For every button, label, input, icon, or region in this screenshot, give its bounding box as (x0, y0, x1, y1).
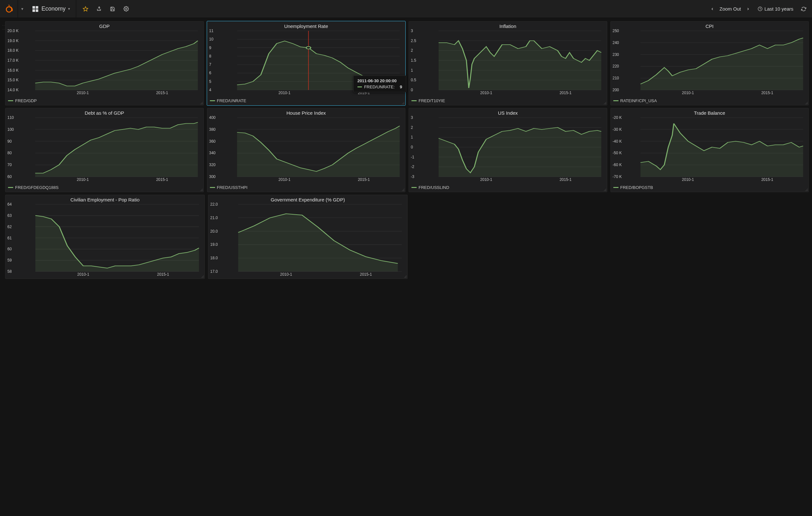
x-tick-label: 2015-1 (560, 177, 572, 182)
panel-legend[interactable]: RATEINF/CPI_USA (611, 97, 809, 105)
legend-label: FRED/BOPGSTB (620, 185, 653, 190)
panel-cpi[interactable]: CPI2002102202302402502010-12015-1RATEINF… (610, 21, 809, 105)
dashboard-body: ⋮⋮ GDP14.0 K15.0 K16.0 K17.0 K18.0 K19.0… (0, 18, 812, 282)
chevron-down-icon: ▾ (68, 7, 70, 11)
x-tick-label: 2010-1 (682, 91, 694, 95)
svg-rect-5 (36, 9, 38, 12)
panel-govexp[interactable]: Government Expenditure (% GDP)17.018.019… (208, 195, 408, 279)
tooltip-timestamp: 2011-06-30 20:00:00 (357, 79, 402, 83)
x-tick-label: 2015-1 (761, 91, 773, 95)
legend-label: FRED/GDP (15, 98, 37, 103)
resize-handle[interactable] (200, 274, 204, 279)
resize-handle[interactable] (199, 187, 203, 192)
x-tick-label: 2015-1 (157, 272, 169, 277)
panel-unrate[interactable]: Unemployment Rate45678910112010-12015-1F… (207, 21, 406, 105)
grafana-logo[interactable] (0, 0, 18, 18)
x-tick-label: 2015-1 (358, 177, 370, 182)
panel-row: Debt as % of GDP607080901001102010-12015… (5, 107, 810, 193)
refresh-icon[interactable] (798, 0, 809, 18)
time-controls: Zoom Out Last 10 years (707, 0, 812, 18)
x-tick-label: 2015-1 (761, 177, 773, 182)
tooltip-series: FRED/UNRATE: (364, 85, 395, 89)
x-tick-label: 2015-1 (560, 91, 572, 95)
x-tick-label: 2010-1 (480, 177, 492, 182)
svg-marker-6 (83, 6, 88, 11)
panel-trade[interactable]: Trade Balance-70 K-60 K-50 K-40 K-30 K-2… (610, 108, 809, 192)
zoom-out-button[interactable]: Zoom Out (718, 0, 743, 18)
legend-label: FRED/GFDEGDQ188S (15, 185, 58, 190)
hover-tooltip: 2011-06-30 20:00:00FRED/UNRATE:9 (353, 75, 406, 92)
panel-legend[interactable]: FRED/USSTHPI (207, 184, 405, 192)
dashboard-picker[interactable]: Economy ▾ (27, 0, 76, 18)
panel-title: Unemployment Rate (207, 22, 405, 30)
save-icon[interactable] (106, 0, 119, 18)
panel-title: Debt as % of GDP (5, 108, 203, 116)
chevron-down-icon[interactable]: ▾ (18, 6, 27, 11)
panel-inflation[interactable]: Inflation00.511.522.532010-12015-1FRED/T… (409, 21, 607, 105)
time-forward-button[interactable] (743, 0, 753, 18)
resize-handle[interactable] (804, 187, 809, 192)
panel-legend[interactable]: FRED/UNRATE (207, 97, 405, 105)
resize-handle[interactable] (804, 100, 809, 105)
legend-label: FRED/USSTHPI (217, 185, 248, 190)
x-tick-label: 2010-1 (480, 91, 492, 95)
panel-title: Trade Balance (611, 108, 809, 116)
top-nav: ▾ Economy ▾ Zoom Out Last 10 yea (0, 0, 812, 18)
panel-legend[interactable]: FRED/GDP (5, 97, 203, 105)
dashboard-title: Economy (41, 5, 65, 12)
resize-handle[interactable] (401, 100, 405, 105)
row-handle[interactable] (2, 107, 5, 193)
panel-row: GDP14.0 K15.0 K16.0 K17.0 K18.0 K19.0 K2… (5, 20, 810, 107)
panel-title: GDP (5, 22, 203, 30)
x-tick-label: 2010-1 (77, 177, 89, 182)
time-range-label: Last 10 years (764, 6, 793, 11)
panel-legend[interactable]: FRED/GFDEGDQ188S (5, 184, 203, 192)
legend-label: FRED/UNRATE (217, 98, 246, 103)
panel-title: US Index (409, 108, 607, 116)
svg-point-25 (306, 47, 311, 49)
resize-handle[interactable] (602, 187, 607, 192)
legend-label: FRED/USSLIND (418, 185, 449, 190)
svg-rect-4 (32, 9, 35, 12)
time-range-picker[interactable]: Last 10 years (753, 0, 798, 18)
panel-emratio[interactable]: Civilian Employment - Pop Ratio585960616… (5, 195, 205, 279)
svg-rect-3 (36, 6, 38, 9)
clock-icon (758, 6, 762, 12)
panel-legend[interactable]: FRED/BOPGSTB (611, 184, 809, 192)
panel-hpi[interactable]: House Price Index3003203403603804002010-… (207, 108, 406, 192)
panel-legend[interactable]: FRED/T10YIE (409, 97, 607, 105)
star-icon[interactable] (79, 0, 92, 18)
x-tick-label: 2010-1 (279, 91, 290, 95)
panel-title: Civilian Employment - Pop Ratio (5, 195, 204, 203)
panel-title: CPI (611, 22, 809, 30)
dashboard-icon (32, 6, 38, 12)
panel-legend[interactable]: FRED/USSLIND (409, 184, 607, 192)
resize-handle[interactable] (401, 187, 405, 192)
legend-label: RATEINF/CPI_USA (620, 98, 657, 103)
resize-handle[interactable] (199, 100, 203, 105)
x-tick-label: 2015-1 (156, 91, 168, 95)
panel-usindex[interactable]: US Index-3-2-101232010-12015-1FRED/USSLI… (409, 108, 607, 192)
panel-title: Government Expenditure (% GDP) (208, 195, 407, 203)
legend-label: FRED/T10YIE (418, 98, 445, 103)
svg-rect-2 (32, 6, 35, 9)
panel-debt[interactable]: Debt as % of GDP607080901001102010-12015… (5, 108, 204, 192)
x-tick-label: 2010-1 (280, 272, 292, 277)
row-handle[interactable]: ⋮⋮ (2, 20, 5, 107)
x-tick-label: 2015-1 (156, 177, 168, 182)
tooltip-value: 9 (400, 85, 402, 89)
row-handle[interactable] (2, 193, 5, 280)
time-back-button[interactable] (707, 0, 718, 18)
x-tick-label: 2010-1 (682, 177, 694, 182)
svg-point-7 (125, 8, 127, 9)
panel-row: Civilian Employment - Pop Ratio585960616… (5, 193, 810, 280)
x-tick-label: 2015-1 (360, 272, 372, 277)
gear-icon[interactable] (119, 0, 133, 18)
resize-handle[interactable] (403, 274, 407, 279)
x-tick-label: 2010-1 (77, 272, 89, 277)
panel-gdp[interactable]: GDP14.0 K15.0 K16.0 K17.0 K18.0 K19.0 K2… (5, 21, 204, 105)
resize-handle[interactable] (602, 100, 607, 105)
toolbar (76, 0, 133, 18)
panel-title: Inflation (409, 22, 607, 30)
share-icon[interactable] (92, 0, 106, 18)
